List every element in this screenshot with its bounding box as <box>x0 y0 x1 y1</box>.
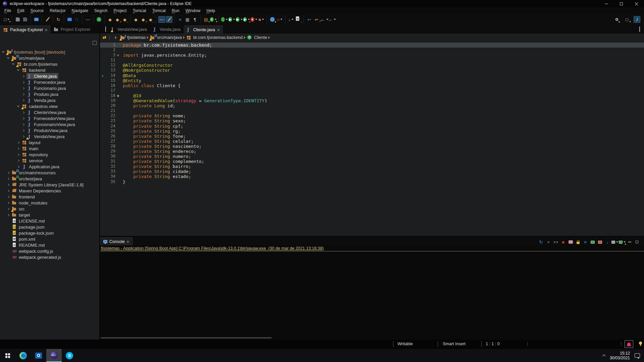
console-process-link[interactable]: fjsistemas - Application [Spring Boot Ap… <box>100 246 324 251</box>
code-line-17[interactable]: 17 <box>100 88 644 93</box>
toolbar-new-class-button[interactable]: C+ <box>210 16 217 23</box>
code-line-21[interactable]: 21 <box>100 108 644 113</box>
scrollbar-thumb[interactable] <box>101 337 272 339</box>
expander-icon[interactable] <box>22 129 24 131</box>
console-close-icon[interactable] <box>127 240 129 243</box>
toolbar-word-wrap-button[interactable]: ≡ <box>177 16 183 23</box>
tree-item-readme-md[interactable]: README.md <box>0 242 99 248</box>
menu-source-2[interactable]: Source <box>28 8 47 14</box>
menu-help-11[interactable]: Help <box>204 8 218 14</box>
code-line-19[interactable]: 19 @GeneratedValue(strategy = Generation… <box>100 98 644 103</box>
code-line-30[interactable]: 30 private String numero; <box>100 154 644 159</box>
code-line-3[interactable]: 3⊕import javax.persistence.Entity; <box>100 53 644 58</box>
maximize-button[interactable] <box>614 0 629 7</box>
expander-icon[interactable] <box>17 165 19 168</box>
code-line-34[interactable]: 34 private String estado; <box>100 174 644 179</box>
expander-icon[interactable] <box>17 159 19 162</box>
menu-edit-1[interactable]: Edit <box>14 8 28 14</box>
tree-item-license-md[interactable]: LICENSE.md <box>0 218 99 224</box>
toolbar-tomcat2-start-button[interactable]: ◆ <box>132 16 139 23</box>
tree-item-webpack-config-js[interactable]: webpack.config.js <box>0 248 99 254</box>
toolbar-annotation-ring-button[interactable]: ○ <box>276 16 283 23</box>
fold-marker[interactable]: ⊕ <box>115 53 121 58</box>
tree-item-venda-java[interactable]: JVenda.java <box>0 97 99 103</box>
breadcrumb-item-src-main-java[interactable]: src/main/java <box>150 35 182 40</box>
notification-bell-button[interactable] <box>625 340 633 348</box>
tab-project-explorer[interactable]: Project Explorer <box>51 25 94 34</box>
expander-icon[interactable] <box>22 75 24 77</box>
menu-navigate-4[interactable]: Navigate <box>69 8 91 14</box>
toolbar-run-button[interactable]: ▶ <box>228 16 235 23</box>
code-line-14[interactable]: ▲14@Data <box>100 73 644 78</box>
expander-icon[interactable] <box>17 147 19 149</box>
code-line-1[interactable]: 1package br.com.fjsistemas.backend; <box>100 43 644 48</box>
start-button[interactable] <box>0 349 15 362</box>
toolbar-tomcat2-restart-button[interactable]: ◆→ <box>147 16 154 23</box>
toolbar-coverage-button[interactable]: ▶ <box>236 16 243 23</box>
code-line-12[interactable]: 12@AllArgsConstructor <box>100 63 644 68</box>
toolbar-forward-button[interactable]: → <box>328 16 335 23</box>
menu-file-0[interactable]: File <box>1 8 14 14</box>
toolbar-open-perspective-button[interactable]: □+ <box>624 16 630 23</box>
expander-icon[interactable] <box>17 105 19 107</box>
tree-item-br-com-fjsistemas[interactable]: br.com.fjsistemas <box>0 61 99 67</box>
tree-item-fornecedor-java[interactable]: JFornecedor.java <box>0 79 99 85</box>
tree-item-backend[interactable]: backend <box>0 67 99 73</box>
menu-project-6[interactable]: Project <box>111 8 130 14</box>
expander-icon[interactable] <box>22 81 24 83</box>
tree-item-repository[interactable]: repository <box>0 152 99 158</box>
tree-item-vendaview-java[interactable]: JVendaView.java <box>0 133 99 139</box>
code-line-18[interactable]: 18● @Id <box>100 93 644 98</box>
taskbar-eclipse-button[interactable] <box>46 349 62 362</box>
toolbar-new-button[interactable]: □+ <box>3 16 10 23</box>
tab-vendaview-java[interactable]: JVendaView.java <box>108 25 150 34</box>
toolbar-back-button[interactable]: ← <box>321 16 327 23</box>
console-hscrollbar[interactable] <box>100 337 644 339</box>
code-line-26[interactable]: 26 private String fone; <box>100 134 644 139</box>
code-line-15[interactable]: 15@Entity <box>100 78 644 83</box>
view-restore-button[interactable] <box>105 27 106 32</box>
expander-icon[interactable] <box>7 214 9 216</box>
breadcrumb-item-br-com-fjsistemas-backend[interactable]: br.com.fjsistemas.backend <box>186 35 243 40</box>
close-tab-icon[interactable] <box>45 28 48 31</box>
expander-icon[interactable] <box>22 93 24 95</box>
view-menu-icon[interactable]: ⋮ <box>108 35 112 40</box>
tree-item-maven-dependencies[interactable]: Maven Dependencies <box>0 188 99 194</box>
toolbar-more-actions-button[interactable]: ⋯ <box>85 16 91 23</box>
toolbar-clear-console-button[interactable] <box>567 239 574 245</box>
menu-run-9[interactable]: Run <box>169 8 182 14</box>
toolbar-theme-brush-button[interactable] <box>44 16 51 23</box>
action-center-icon[interactable] <box>635 353 640 358</box>
toolbar-record-button[interactable]: ● <box>251 16 257 23</box>
toolbar-open-console-view-button[interactable] <box>33 16 40 23</box>
toolbar-save-button[interactable] <box>14 16 21 23</box>
toolbar-refresh-button[interactable]: ↻ <box>55 16 62 23</box>
taskbar-browser-button[interactable] <box>15 349 31 362</box>
toolbar-start-server-button[interactable]: i <box>96 16 102 23</box>
code-line-20[interactable]: 20 private Long id; <box>100 103 644 108</box>
tree-item-application-java[interactable]: JApplication.java <box>0 164 99 170</box>
taskbar-skype-button[interactable]: S <box>62 349 77 362</box>
expander-icon[interactable] <box>22 117 24 119</box>
close-tab-icon[interactable] <box>217 28 220 31</box>
toolbar-show-stdout-button[interactable] <box>589 239 596 245</box>
tray-chevron-icon[interactable] <box>602 354 605 358</box>
tree-item-jre-system-library-javase-1-8[interactable]: JRE System Library [JavaSE-1.8] <box>0 182 99 188</box>
toolbar-resume-button[interactable]: ■ <box>258 16 265 23</box>
tree-item-fornecedorview-java[interactable]: JFornecedorView.java <box>0 115 99 121</box>
breadcrumb-item-cliente[interactable]: CCliente <box>247 35 267 40</box>
code-line-29[interactable]: 29 private String endereco; <box>100 149 644 154</box>
close-button[interactable] <box>629 0 644 7</box>
toolbar-blue-grid-button[interactable]: ∷ <box>73 16 80 23</box>
expander-icon[interactable] <box>7 201 9 204</box>
tree-item-src-test-java[interactable]: src/test/java <box>0 176 99 182</box>
code-line-16[interactable]: 16public class Cliente { <box>100 83 644 88</box>
tree-item-produto-java[interactable]: JProduto.java <box>0 91 99 97</box>
toolbar-new-java-project-button[interactable]: ▤+ <box>203 16 209 23</box>
collapse-all-button[interactable] <box>93 41 97 45</box>
toolbar-refresh-console-button[interactable]: ↻ <box>538 239 544 245</box>
taskbar-outlook-button[interactable]: O <box>31 349 46 362</box>
toolbar-terminate-button[interactable]: ■ <box>560 239 567 245</box>
toolbar-show-stderr-button[interactable] <box>597 239 603 245</box>
editor-maximize-button[interactable] <box>639 27 640 32</box>
